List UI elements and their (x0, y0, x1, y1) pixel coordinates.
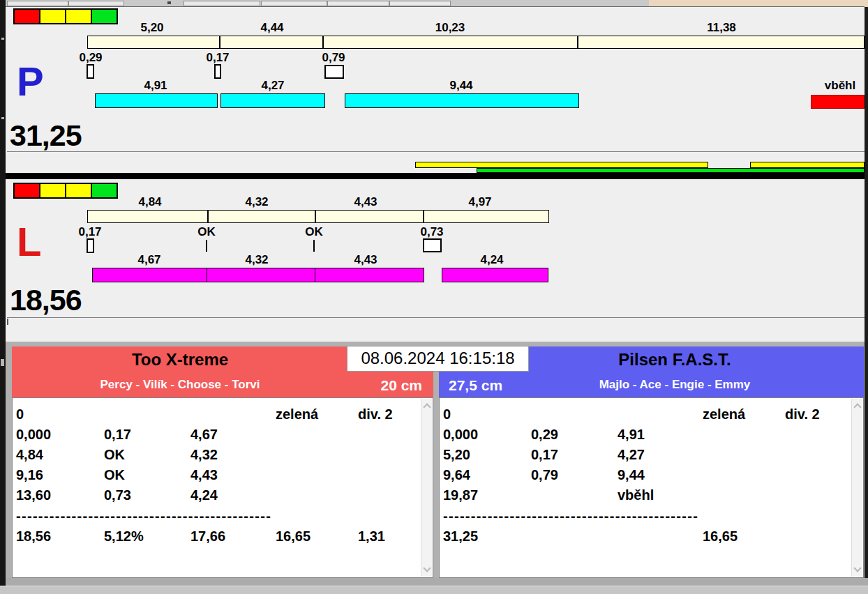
progress-bar-yellow (415, 162, 708, 168)
scroll-up-icon[interactable] (853, 403, 861, 411)
frame-tick (1, 117, 4, 119)
lane-separator-bar (6, 173, 865, 179)
exchange-time-label: 0,79 (306, 51, 361, 65)
dashed-separator: ----------------------------------------… (16, 508, 271, 524)
lane-p-leg-bar (345, 93, 579, 108)
lane-p-total-time: 31,25 (10, 121, 82, 151)
table-row: 13,60 0,73 4,24 (13, 487, 420, 505)
table-row: 0,000 0,17 4,67 (13, 427, 420, 445)
leg-time-label: 9,44 (433, 79, 489, 93)
progress-bar-green (477, 168, 865, 173)
frame-tick (1, 38, 4, 40)
table-summary-row: 31,25 16,65 (440, 528, 851, 547)
exchange-time-label: 0,17 (190, 51, 246, 65)
section-divider-line (7, 151, 865, 152)
table-summary-row: 18,56 5,12% 17,66 16,65 1,31 (13, 528, 420, 547)
progress-bar-yellow (750, 162, 865, 168)
toolbar-button[interactable] (7, 1, 68, 6)
traffic-yellow-cell (65, 8, 92, 24)
exchange-ok-tick (206, 240, 207, 252)
exchange-marker (324, 65, 344, 79)
exchange-ok-label: OK (286, 225, 342, 239)
table-row: 0,000 0,29 4,91 (440, 427, 851, 445)
lane-p-split-bar (87, 36, 865, 49)
table-row: 5,20 0,17 4,27 (440, 447, 851, 465)
lane-l-letter: L (17, 222, 41, 262)
split-divider (423, 211, 424, 222)
traffic-green-cell (91, 183, 118, 199)
split-time-label: 11,38 (694, 21, 749, 35)
scroll-down-icon[interactable] (423, 564, 431, 572)
toolbar-button[interactable] (261, 1, 327, 6)
team-left-members: Percy - Vilík - Choose - Torvi (12, 378, 348, 392)
bottom-band-light (0, 586, 868, 594)
frame-tick (1, 359, 4, 366)
window-left-frame (0, 0, 6, 586)
leg-time-label: 4,24 (464, 253, 520, 267)
leg-time-label: 4,67 (121, 253, 177, 267)
table-row: 19,87 vběhl (440, 487, 851, 505)
table-row: 4,84 OK 4,32 (13, 447, 420, 465)
right-table-scrollbar[interactable] (851, 399, 862, 577)
traffic-green-cell (91, 8, 118, 24)
table-separator-row: ----------------------------------------… (440, 508, 851, 526)
lane-l-split-bar (87, 210, 549, 223)
scroll-down-icon[interactable] (853, 564, 861, 572)
table-row: 0 zelená div. 2 (440, 406, 851, 425)
team-left-results-table: 0 zelená div. 2 0,000 0,17 4,67 4,84 OK … (12, 397, 433, 578)
leg-time-label: 4,27 (245, 79, 301, 93)
lane-p-traffic-light (13, 8, 118, 24)
split-divider (577, 36, 578, 48)
table-separator-row: ----------------------------------------… (13, 508, 420, 526)
exchange-ok-tick (313, 240, 315, 252)
overrun-bar (811, 95, 865, 109)
traffic-yellow-cell (39, 8, 66, 24)
team-right-height: 27,5 cm (449, 377, 502, 394)
toolbar-button[interactable] (327, 1, 389, 6)
exchange-time-label: 0,29 (63, 51, 119, 65)
lane-p-letter: P (17, 61, 44, 102)
team-left-title: Too X-treme (12, 350, 348, 370)
split-divider (315, 211, 316, 222)
team-right-title: Pilsen F.A.S.T. (528, 350, 821, 370)
lane-p-leg-bar (95, 93, 218, 108)
toolbar-button[interactable] (68, 1, 124, 6)
lane-l-total-time: 18,56 (10, 285, 82, 315)
split-time-label: 4,44 (244, 21, 300, 35)
scroll-up-icon[interactable] (423, 403, 431, 411)
split-time-label: 10,23 (422, 21, 478, 35)
leg-time-label: 4,32 (229, 253, 285, 267)
split-divider (207, 211, 209, 222)
lane-l-leg-bar (207, 268, 315, 282)
team-right-members: Majlo - Ace - Engie - Emmy (528, 378, 821, 392)
lane-l-leg-bar (442, 268, 548, 282)
datetime-display: 08.06.2024 16:15:18 (347, 346, 529, 372)
dashed-separator: ----------------------------------------… (443, 508, 698, 524)
exchange-time-label: 0,17 (62, 225, 118, 239)
split-time-label: 4,32 (229, 195, 285, 209)
frame-tick (7, 319, 8, 325)
toolbar-strip (6, 0, 649, 6)
window-top-border (6, 6, 865, 7)
exchange-marker (423, 238, 442, 252)
exchange-time-label: 0,73 (404, 225, 460, 239)
traffic-red-cell (13, 8, 40, 24)
split-divider (219, 36, 220, 48)
leg-time-label: 4,91 (128, 79, 184, 93)
toolbar-button[interactable] (389, 1, 451, 6)
leg-time-label: 4,43 (338, 253, 394, 267)
team-right-results-table: 0 zelená div. 2 0,000 0,29 4,91 5,20 0,1… (439, 397, 864, 578)
left-table-scrollbar[interactable] (421, 399, 432, 577)
bottom-band-dark (6, 578, 868, 586)
toolbar-glyph (167, 1, 171, 4)
team-left-height: 20 cm (349, 377, 422, 394)
toolbar-button[interactable] (184, 1, 260, 6)
exchange-marker (214, 64, 221, 79)
split-time-label: 5,20 (124, 21, 180, 35)
lane-l-leg-bar (92, 268, 207, 282)
table-row: 0 zelená div. 2 (13, 406, 420, 425)
exchange-ok-label: OK (179, 225, 234, 239)
timing-app-window: 5,20 4,44 10,23 11,38 0,29 0,17 0,79 4,9… (0, 0, 868, 594)
overrun-label: vběhl (812, 79, 868, 93)
split-time-label: 4,97 (452, 195, 508, 209)
